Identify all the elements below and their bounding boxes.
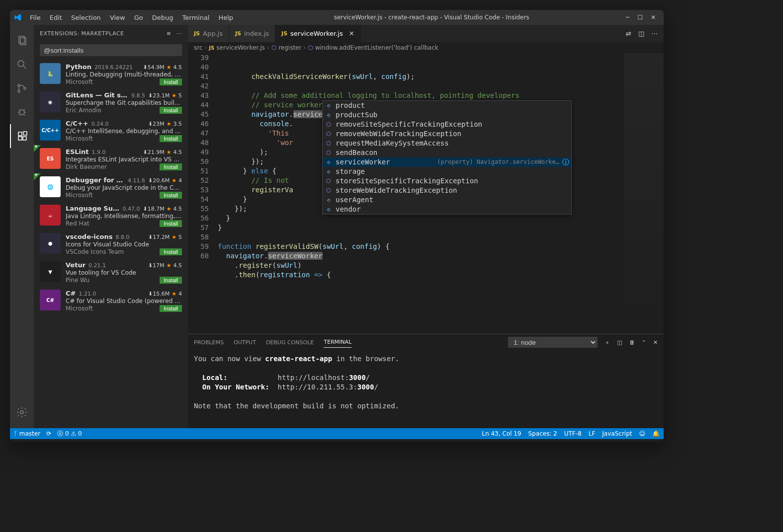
extension-item[interactable]: 🐍Python2019.6.24221⬇54.9M ★ 4.5Linting, … <box>34 60 188 88</box>
suggest-item[interactable]: ⬡sendBeacon <box>323 148 571 157</box>
menu-selection[interactable]: Selection <box>67 12 105 23</box>
menu-file[interactable]: File <box>26 12 45 23</box>
code-line[interactable]: .then(registration => { <box>218 270 664 280</box>
menu-debug[interactable]: Debug <box>148 12 177 23</box>
menu-terminal[interactable]: Terminal <box>178 12 214 23</box>
extension-item[interactable]: C#C#1.21.0⬇15.6M ★ 4C# for Visual Studio… <box>34 287 188 315</box>
code-line[interactable] <box>218 81 664 91</box>
notifications-icon[interactable]: 🔔 <box>652 430 660 437</box>
code-line[interactable]: checkValidServiceWorker(swUrl, config); <box>218 72 664 81</box>
install-button[interactable]: Install <box>160 135 182 142</box>
kill-terminal-icon[interactable]: 🗑 <box>629 339 635 346</box>
editor-tab[interactable]: JSserviceWorker.js✕ <box>275 25 361 42</box>
code-line[interactable]: navigator.serviceWorker <box>218 251 664 261</box>
indent-status[interactable]: Spaces: 2 <box>528 430 557 437</box>
close-icon[interactable]: ✕ <box>349 30 354 37</box>
settings-gear-icon[interactable] <box>10 400 34 424</box>
suggest-item[interactable]: ⬡removeWebWideTrackingException <box>323 129 571 139</box>
extension-description: C/C++ IntelliSense, debugging, and … <box>66 128 182 135</box>
install-button[interactable]: Install <box>160 305 182 312</box>
code-line[interactable]: function registerValidSW(swUrl, config) … <box>218 242 664 251</box>
panel-tab-problems[interactable]: PROBLEMS <box>194 337 224 348</box>
panel-tab-debug-console[interactable]: DEBUG CONSOLE <box>266 337 314 348</box>
code-line[interactable] <box>218 232 664 242</box>
code-content[interactable]: checkValidServiceWorker(swUrl, config); … <box>218 53 664 334</box>
suggest-item[interactable]: ◇vendor <box>323 205 571 214</box>
maximize-panel-icon[interactable]: ⌃ <box>642 339 646 346</box>
menu-go[interactable]: Go <box>130 12 147 23</box>
problems-status[interactable]: ⓧ 0 ⚠ 0 <box>57 430 82 438</box>
suggest-item[interactable]: ⬡storeSiteSpecificTrackingException <box>323 176 571 186</box>
maximize-button[interactable]: ☐ <box>637 14 643 21</box>
install-button[interactable]: Install <box>160 78 182 85</box>
feedback-icon[interactable]: ☺ <box>639 430 645 437</box>
panel-tab-output[interactable]: OUTPUT <box>234 337 256 348</box>
breadcrumb-symbol[interactable]: register <box>278 44 301 51</box>
encoding-status[interactable]: UTF-8 <box>564 430 582 437</box>
install-button[interactable]: Install <box>160 248 182 255</box>
split-editor-icon[interactable]: ◫ <box>638 30 644 37</box>
code-line[interactable]: } <box>218 214 664 223</box>
extension-item[interactable]: ESESLint1.9.0⬇21.9M ★ 4.5Integrates ESLi… <box>34 145 188 173</box>
more-icon[interactable]: ⋯ <box>176 30 182 37</box>
editor-tab[interactable]: JSApp.js <box>188 25 229 42</box>
extension-item[interactable]: C/C++C/C++0.24.0⬇23M ★ 3.5C/C++ IntelliS… <box>34 117 188 145</box>
eol-status[interactable]: LF <box>589 430 596 437</box>
minimap[interactable] <box>624 53 664 334</box>
suggest-item[interactable]: ◇serviceWorker(property) Navigator.servi… <box>323 157 571 167</box>
minimize-button[interactable]: ─ <box>626 14 629 21</box>
git-branch[interactable]: ᚴ master <box>14 430 40 437</box>
suggest-item[interactable]: ⬡storeWebWideTrackingException <box>323 186 571 195</box>
sync-icon[interactable]: ⟳ <box>46 430 51 437</box>
code-line[interactable]: .register(swUrl) <box>218 261 664 270</box>
install-button[interactable]: Install <box>160 107 182 114</box>
code-line[interactable]: } <box>218 223 664 232</box>
compare-icon[interactable]: ⇄ <box>626 30 631 37</box>
extension-item[interactable]: ⬢vscode-icons8.8.0⬇17.2M ★ 5Icons for Vi… <box>34 230 188 258</box>
field-icon: ◇ <box>325 168 333 176</box>
breadcrumb-symbol[interactable]: window.addEventListener('load') callback <box>315 44 438 51</box>
close-panel-icon[interactable]: ✕ <box>653 339 658 346</box>
debug-icon[interactable] <box>10 100 34 124</box>
suggest-item[interactable]: ◇productSub <box>323 110 571 120</box>
more-icon[interactable]: ⋯ <box>651 30 658 37</box>
explorer-icon[interactable] <box>10 29 34 53</box>
breadcrumb-folder[interactable]: src <box>194 44 203 51</box>
extensions-icon[interactable] <box>10 124 34 148</box>
menu-view[interactable]: View <box>106 12 129 23</box>
suggest-item[interactable]: ◇storage <box>323 167 571 176</box>
suggest-item[interactable]: ◇userAgent <box>323 195 571 205</box>
cursor-position[interactable]: Ln 43, Col 19 <box>482 430 521 437</box>
panel-tab-terminal[interactable]: TERMINAL <box>324 337 351 348</box>
extension-item[interactable]: ☕Language Supp…0.47.0⬇18.7M ★ 4.5Java Li… <box>34 202 188 230</box>
filter-icon[interactable]: ≡ <box>167 30 172 37</box>
extension-item[interactable]: 🌐Debugger for Ch…4.11.6⬇20.6M ★ 4Debug y… <box>34 173 188 202</box>
menu-edit[interactable]: Edit <box>46 12 66 23</box>
menu-help[interactable]: Help <box>214 12 237 23</box>
source-control-icon[interactable] <box>10 76 34 100</box>
install-button[interactable]: Install <box>160 277 182 284</box>
search-icon[interactable] <box>10 53 34 76</box>
suggest-item[interactable]: ⬡requestMediaKeySystemAccess <box>323 139 571 148</box>
extension-item[interactable]: ▼Vetur0.21.1⬇17M ★ 4.5Vue tooling for VS… <box>34 258 188 287</box>
info-icon[interactable]: ⓘ <box>562 157 569 167</box>
terminal-select[interactable]: 1: node <box>508 337 598 348</box>
breadcrumb-file[interactable]: serviceWorker.js <box>216 44 265 51</box>
language-status[interactable]: JavaScript <box>602 430 632 437</box>
install-button[interactable]: Install <box>160 163 182 170</box>
extension-item[interactable]: ◉GitLens — Git sup…9.8.5⬇23.1M ★ 5Superc… <box>34 88 188 117</box>
split-terminal-icon[interactable]: ◫ <box>617 339 622 346</box>
close-button[interactable]: ✕ <box>651 14 656 21</box>
code-line[interactable]: // Add some additional logging to localh… <box>218 91 664 100</box>
install-button[interactable]: Install <box>160 192 182 199</box>
code-editor[interactable]: 3940414243444546474849505152535455565758… <box>188 53 664 334</box>
editor-tab[interactable]: JSindex.js <box>229 25 275 42</box>
breadcrumbs[interactable]: src › JS serviceWorker.js › ⬡ register ›… <box>188 42 664 53</box>
suggest-item[interactable]: ⬡removeSiteSpecificTrackingException <box>323 120 571 129</box>
install-button[interactable]: Install <box>160 220 182 227</box>
extensions-search-input[interactable] <box>40 44 182 56</box>
suggest-widget[interactable]: ◇product◇productSub⬡removeSiteSpecificTr… <box>322 100 572 215</box>
new-terminal-icon[interactable]: ＋ <box>605 339 610 346</box>
terminal-content[interactable]: You can now view create-react-app in the… <box>188 350 664 428</box>
suggest-item[interactable]: ◇product <box>323 101 571 110</box>
